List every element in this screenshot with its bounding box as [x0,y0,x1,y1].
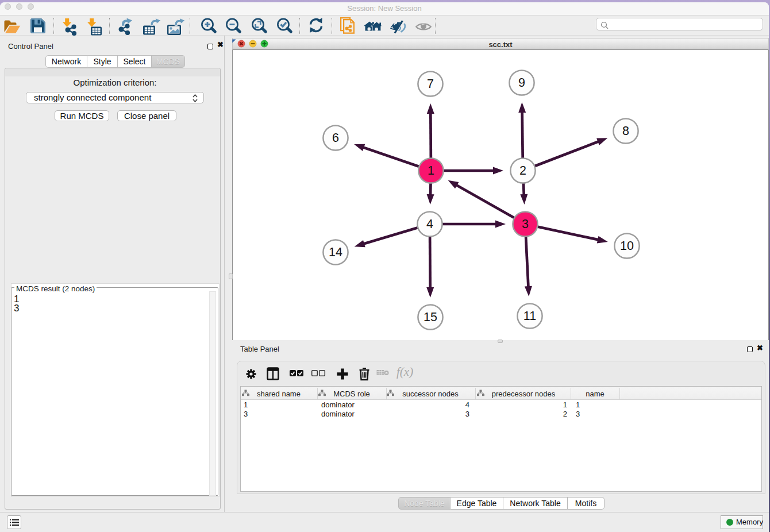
svg-text:11: 11 [523,309,536,323]
svg-text:15: 15 [424,310,437,324]
svg-text:8: 8 [622,124,629,138]
svg-text:1: 1 [428,164,434,178]
svg-text:2: 2 [519,164,526,178]
svg-text:6: 6 [332,131,339,145]
svg-text:10: 10 [620,239,634,253]
svg-text:7: 7 [427,77,434,91]
svg-text:9: 9 [518,76,525,90]
svg-text:14: 14 [329,245,342,259]
svg-text:4: 4 [426,217,433,231]
svg-text:3: 3 [522,217,529,231]
